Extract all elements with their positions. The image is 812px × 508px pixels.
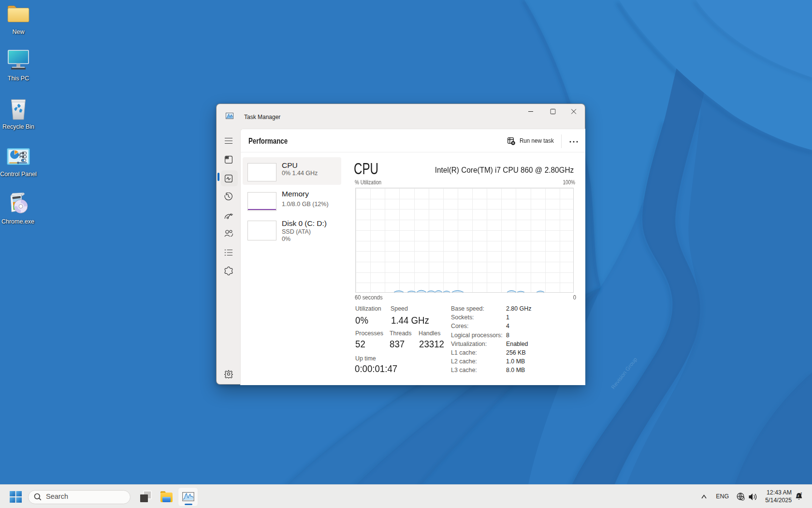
svg-text:z: z bbox=[798, 494, 799, 497]
svg-text:z: z bbox=[800, 492, 802, 495]
